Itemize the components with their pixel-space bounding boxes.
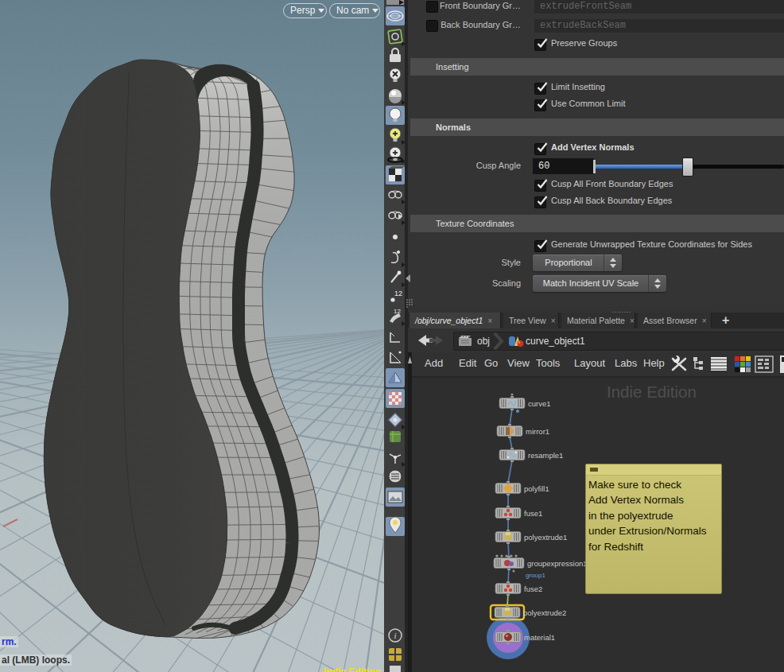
svg-text:i: i — [394, 631, 397, 640]
svg-text:12: 12 — [394, 289, 402, 297]
svg-text:12: 12 — [394, 308, 401, 315]
